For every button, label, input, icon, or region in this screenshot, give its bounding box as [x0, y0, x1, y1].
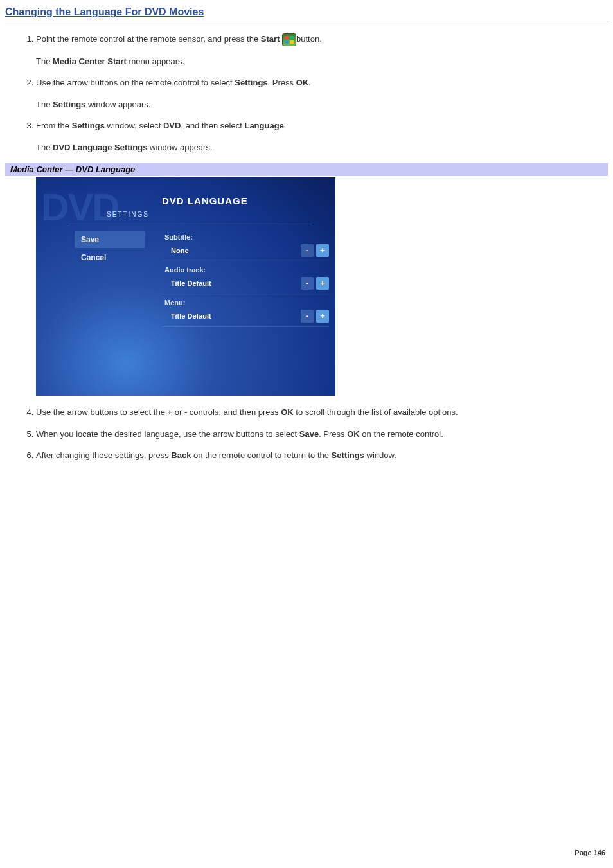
- step-text: . Press: [268, 78, 296, 87]
- bold-settings: Settings: [72, 121, 105, 130]
- step-2: Use the arrow buttons on the remote cont…: [36, 76, 608, 111]
- step-text: . Press: [319, 429, 347, 439]
- step-5: When you locate the desired language, us…: [36, 428, 608, 441]
- bold-ok: OK: [281, 407, 294, 417]
- bold-plus: +: [168, 407, 173, 417]
- step-text: The: [36, 100, 53, 109]
- audio-value: Title Default: [162, 277, 298, 290]
- step-text: on the remote control to return to the: [191, 450, 331, 460]
- step-text: Use the arrow buttons on the remote cont…: [36, 78, 235, 87]
- subtitle-value: None: [162, 244, 298, 257]
- bold-language: Language: [244, 121, 283, 130]
- bold-save: Save: [299, 429, 319, 439]
- step-text: on the remote control.: [360, 429, 443, 439]
- step-text: After changing these settings, press: [36, 450, 171, 460]
- bold-dvd: DVD: [163, 121, 181, 130]
- settings-small-label: SETTINGS: [107, 211, 149, 218]
- bold-back: Back: [171, 450, 191, 460]
- minus-button[interactable]: -: [301, 277, 314, 290]
- menu-label: Menu:: [162, 297, 329, 308]
- step-text: The: [36, 57, 53, 66]
- step-text: to scroll through the list of available …: [294, 407, 458, 417]
- step-text: window appears.: [85, 100, 150, 109]
- menu-value: Title Default: [162, 310, 298, 323]
- divider: [68, 224, 312, 224]
- step-text: Point the remote control at the remote s…: [36, 34, 261, 44]
- plus-button[interactable]: +: [316, 310, 329, 323]
- step-text: .: [308, 78, 311, 87]
- plus-button[interactable]: +: [316, 277, 329, 290]
- left-menu: Save Cancel: [75, 231, 145, 267]
- step-6: After changing these settings, press Bac…: [36, 449, 608, 462]
- plus-button[interactable]: +: [316, 244, 329, 257]
- bold-menu: Media Center Start: [53, 57, 127, 66]
- bold-settings: Settings: [332, 450, 364, 460]
- step-text: window, select: [105, 121, 163, 130]
- bold-ok: OK: [296, 78, 309, 87]
- dvd-language-title: DVD LANGUAGE: [162, 195, 248, 206]
- step-4: Use the arrow buttons to select the + or…: [36, 406, 608, 419]
- minus-button[interactable]: -: [301, 244, 314, 257]
- step-text: Use the arrow buttons to select the: [36, 407, 168, 417]
- instruction-list: Point the remote control at the remote s…: [36, 33, 608, 154]
- step-text: or: [172, 407, 184, 417]
- bold-start: Start: [261, 34, 280, 44]
- minus-button[interactable]: -: [301, 310, 314, 323]
- step-text: controls, and then press: [187, 407, 281, 417]
- cancel-button[interactable]: Cancel: [75, 249, 145, 266]
- figure-caption: Media Center — DVD Language: [5, 163, 608, 176]
- step-text: window appears.: [147, 143, 212, 152]
- step-text: button.: [296, 34, 322, 44]
- step-text: menu appears.: [127, 57, 184, 66]
- subtitle-label: Subtitle:: [162, 231, 329, 243]
- bold-settings: Settings: [235, 78, 267, 87]
- bold-dvd-lang: DVD Language Settings: [53, 143, 147, 152]
- instruction-list-continued: Use the arrow buttons to select the + or…: [36, 406, 608, 462]
- media-center-screenshot: DVD SETTINGS DVD LANGUAGE Save Cancel Su…: [36, 177, 335, 396]
- windows-start-icon: [282, 33, 296, 46]
- page-heading: Changing the Language For DVD Movies: [5, 6, 608, 21]
- step-text: When you locate the desired language, us…: [36, 429, 299, 439]
- save-button[interactable]: Save: [75, 231, 145, 248]
- dvd-background-text: DVD: [41, 185, 119, 229]
- step-1: Point the remote control at the remote s…: [36, 33, 608, 67]
- step-3: From the Settings window, select DVD, an…: [36, 120, 608, 154]
- step-text: From the: [36, 121, 72, 130]
- step-text: window.: [364, 450, 396, 460]
- bold-settings: Settings: [53, 100, 85, 109]
- bold-ok: OK: [347, 429, 360, 439]
- step-text: .: [284, 121, 287, 130]
- settings-panel: Subtitle: None - + Audio track: Title De…: [162, 231, 329, 330]
- step-text: The: [36, 143, 53, 152]
- step-text: , and then select: [181, 121, 244, 130]
- page-number: Page 146: [574, 849, 605, 856]
- audio-label: Audio track:: [162, 264, 329, 276]
